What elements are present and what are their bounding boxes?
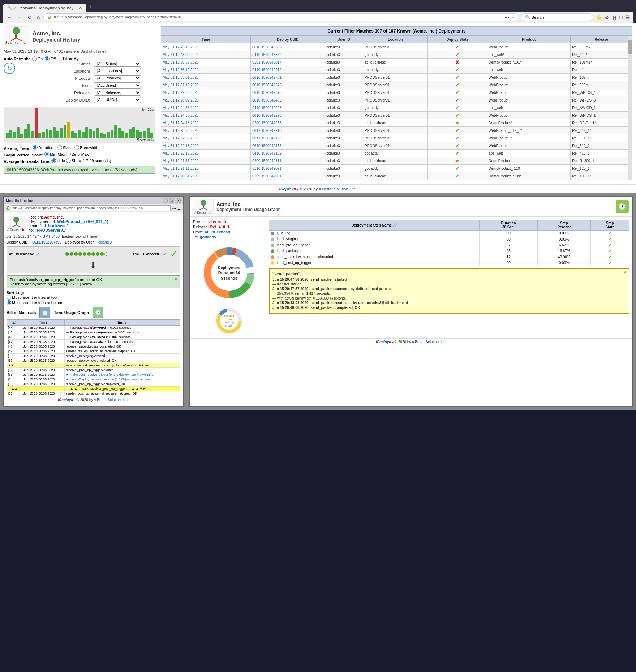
deploy-uuid-value[interactable]: 0611.1592267396 [32, 240, 61, 244]
table-cell-time[interactable]: May 31 12:43:16 2020 [161, 43, 251, 51]
table-cell-time[interactable]: May 31 12:24:18 2020 [161, 119, 251, 127]
table-cell-uuid[interactable]: 0109.1590942051 [251, 172, 325, 180]
table-cell-time[interactable]: May 31 12:22:18 2020 [161, 142, 251, 150]
tab-close-button[interactable]: ✕ [79, 5, 82, 10]
log-cell-time: Jun 15 20:30:35 2020 [22, 335, 65, 340]
ff-footer-link[interactable]: A Better Solution, Inc. [94, 398, 128, 402]
task-close-button[interactable]: ✕ [174, 277, 177, 281]
active-tab[interactable]: 🔧 /C:/cots/abs/iDeployIt/deploy_bay... ✕ [3, 4, 86, 12]
trend-size-radio[interactable] [57, 145, 62, 150]
settings-icon[interactable]: ⚙ [605, 14, 609, 20]
sort-top-option[interactable]: Most recent entries at top [7, 295, 57, 300]
graph-scale-row: Graph Vertical Scale: Min-Max Zero-Max [4, 152, 155, 157]
table-cell-time[interactable]: May 31 12:29:36 2020 [161, 89, 251, 96]
close-button[interactable]: ✕ [176, 198, 181, 203]
table-cell-time[interactable]: May 31 12:33:01 2020 [161, 74, 251, 81]
status-text: 0610.1590943396: WebProduct was deployed… [7, 168, 138, 172]
scale-minmax-option[interactable]: Min-Max [44, 152, 65, 156]
table-cell-uuid[interactable]: 0101.1590943017 [251, 59, 325, 66]
table-cell-time[interactable]: May 31 12:22:38 2020 [161, 134, 251, 142]
trend-bandwidth-option[interactable]: Bandwidth [74, 145, 98, 150]
tooltip-close-button[interactable]: ✕ [623, 270, 627, 275]
deploy-uuids-select[interactable]: [ALL UUIDs] [94, 97, 141, 103]
usage-footer-link[interactable]: A Better Solution, Inc. [412, 340, 446, 344]
table-cell-uuid[interactable]: 0610.1590942576 [251, 89, 325, 96]
table-cell-time[interactable]: May 31 12:28:02 2020 [161, 96, 251, 104]
table-cell-release: Rel_612_1* [571, 127, 632, 134]
table-cell-time[interactable]: May 31 12:31:15 2020 [161, 81, 251, 89]
refresh-off-option[interactable]: Off [45, 56, 55, 61]
scale-zeromax-option[interactable]: Zero-Max [66, 152, 89, 156]
table-cell-uuid[interactable]: 0410.1590942298 [251, 104, 325, 112]
avg-show-option[interactable]: Show (17.99 seconds) [66, 158, 111, 163]
sort-top-radio[interactable] [7, 295, 11, 300]
table-cell-uuid[interactable]: 0410.1590942912 [251, 66, 325, 74]
refresh-off-radio[interactable] [45, 56, 50, 61]
home-button[interactable]: ⌂ [35, 14, 41, 21]
scrollbar-thumb[interactable] [628, 40, 632, 54]
table-cell-uuid[interactable]: 0612.1590942218 [251, 127, 325, 134]
table-cell-time[interactable]: May 31 12:21:51 2020 [161, 157, 251, 165]
manual-refresh-button[interactable]: ↻ [4, 63, 15, 74]
table-cell-time[interactable]: May 31 12:35:12 2020 [161, 66, 251, 74]
products-select[interactable]: [ALL Products] [94, 75, 141, 81]
address-bar[interactable]: 🔒 file:///C:/cots/abs/iDeployIt/deploy_b… [43, 13, 519, 21]
table-cell-time[interactable]: May 31 12:24:58 2020 [161, 104, 251, 112]
scale-minmax-radio[interactable] [44, 152, 49, 156]
forward-button[interactable]: → [16, 14, 24, 21]
table-cell-uuid[interactable]: 0611.1590942158 [251, 134, 325, 142]
link-icon[interactable]: 🔗 [393, 223, 397, 227]
sync-icon[interactable]: □ [620, 14, 623, 20]
sort-bottom-option[interactable]: Most recent entries at bottom [7, 300, 63, 305]
deployed-by-value[interactable]: cclarke3 [98, 240, 112, 244]
table-cell-time[interactable]: May 31 12:43:02 2020 [161, 51, 251, 59]
users-select[interactable]: [ALL Users] [94, 82, 141, 89]
usage-graph-icon[interactable]: 🕐 [616, 200, 629, 213]
new-tab-button[interactable]: + [86, 2, 95, 12]
table-cell-uuid[interactable]: 0610.1590942138 [251, 142, 325, 150]
scale-zeromax-radio[interactable] [66, 152, 71, 156]
table-cell-time[interactable]: May 31 12:23:38 2020 [161, 127, 251, 134]
table-cell-time[interactable]: May 31 12:36:57 2020 [161, 59, 251, 66]
table-cell-uuid[interactable]: 0610.1590942781 [251, 74, 325, 81]
footer-link[interactable]: A Better Solution, Inc. [319, 187, 357, 191]
trend-bandwidth-radio[interactable] [74, 145, 79, 150]
table-cell-uuid[interactable]: 0610.1590942482 [251, 96, 325, 104]
search-bar[interactable]: 🔍 Search [521, 13, 593, 21]
table-cell-time[interactable]: May 31 12:24:38 2020 [161, 112, 251, 119]
sidebar-icon[interactable]: ▦ [612, 14, 617, 20]
table-cell-time[interactable]: May 31 12:21:11 2020 [161, 165, 251, 172]
refresh-button[interactable]: ↻ [26, 14, 33, 21]
states-select[interactable]: [ALL States] [94, 61, 141, 67]
menu-icon[interactable]: ☰ [626, 14, 630, 20]
trend-size-option[interactable]: Size [57, 145, 70, 150]
refresh-on-option[interactable]: On [32, 56, 43, 61]
extensions-icon[interactable]: ⭐ [596, 14, 602, 20]
locations-select[interactable]: [ALL Locations] [94, 68, 141, 74]
refresh-on-radio[interactable] [32, 56, 37, 61]
sort-bottom-radio[interactable] [7, 300, 11, 305]
table-cell-uuid[interactable]: 0110.1590942071 [251, 165, 325, 172]
table-cell-uuid[interactable]: 0410.1590943382 [251, 51, 325, 59]
bill-materials-button[interactable]: 📋 [39, 307, 50, 318]
avg-hide-option[interactable]: Hide [51, 158, 65, 163]
table-cell-uuid[interactable]: 0410.1590942132 [251, 150, 325, 157]
table-cell-time[interactable]: May 31 12:22:12 2020 [161, 150, 251, 157]
time-usage-button[interactable]: 🕐 [93, 307, 103, 318]
releases-select[interactable]: [ALL Releases] [94, 90, 141, 96]
firefox-address-bar[interactable] [11, 205, 171, 211]
back-button[interactable]: ← [6, 14, 14, 21]
table-cell-uuid[interactable]: 0610.1590942675 [251, 81, 325, 89]
avg-show-radio[interactable] [66, 158, 71, 163]
maximize-button[interactable]: □ [169, 198, 174, 203]
table-cell-uuid[interactable]: 0200.1590942111 [251, 157, 325, 165]
avg-hide-radio[interactable] [51, 158, 56, 163]
table-cell-uuid[interactable]: 0200.1590942258 [251, 119, 325, 127]
scrollbar[interactable] [628, 36, 632, 180]
table-cell-time[interactable]: May 31 12:20:51 2020 [161, 172, 251, 180]
minimize-button[interactable]: — [163, 198, 168, 203]
table-cell-uuid[interactable]: 0610.1590942278 [251, 112, 325, 119]
trend-duration-radio[interactable] [33, 145, 38, 150]
table-cell-uuid[interactable]: 0610.1590943396 [251, 43, 325, 51]
trend-duration-option[interactable]: Duration [33, 145, 53, 150]
